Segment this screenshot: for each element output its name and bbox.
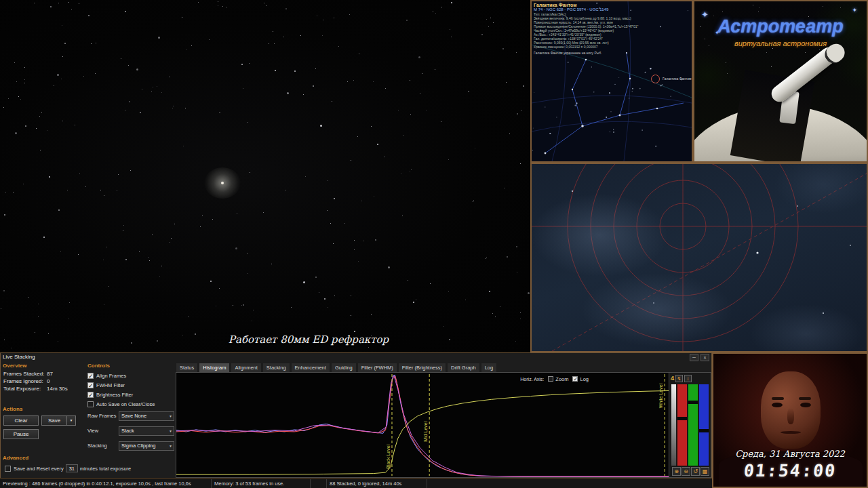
star — [713, 16, 714, 16]
star — [351, 296, 351, 296]
star — [517, 272, 517, 272]
tab-guiding[interactable]: Guiding — [331, 363, 357, 372]
dropdown-stacking[interactable]: Sigma Clipping▼ — [119, 441, 174, 451]
reset-minutes-input[interactable] — [66, 464, 78, 472]
checkbox-box[interactable]: ✓ — [87, 392, 94, 398]
tab-enhancement[interactable]: Enhancement — [291, 363, 330, 372]
checkbox-align-frames[interactable]: ✓Align Frames — [87, 371, 174, 380]
checkbox-box[interactable]: ✓ — [87, 373, 94, 379]
save-button[interactable]: Save — [41, 415, 67, 426]
save-reset-checkbox[interactable] — [5, 466, 11, 472]
star — [95, 73, 96, 74]
star — [328, 180, 328, 181]
checkbox-zoom[interactable]: Zoom — [548, 374, 568, 384]
star — [275, 70, 276, 71]
star — [363, 241, 363, 241]
star — [243, 304, 244, 306]
star — [247, 253, 248, 253]
star — [324, 298, 326, 300]
star — [36, 128, 37, 129]
star — [78, 254, 79, 255]
clock-overlay: 01:54:00 — [712, 461, 867, 481]
minimize-icon[interactable]: ─ — [690, 354, 698, 361]
brand-logo: Астротеатр — [717, 16, 843, 37]
clear-button[interactable]: Clear — [3, 415, 39, 426]
tab-histogram[interactable]: Histogram — [199, 363, 230, 372]
toggle-grid-button[interactable]: ▦ — [701, 467, 709, 476]
chevron-down-icon: ▼ — [169, 429, 172, 433]
tab-filter-brightness[interactable]: Filter (Brightness) — [398, 363, 446, 372]
object-footnote: Галактика Фантом украшение на носу Рыб — [534, 51, 691, 55]
tab-stacking[interactable]: Stacking — [262, 363, 290, 372]
checkbox-fwhm-filter[interactable]: ✓FWHM Filter — [87, 380, 174, 390]
star — [410, 171, 410, 171]
tab-status[interactable]: Status — [176, 363, 198, 372]
star — [283, 37, 284, 37]
expand-stretch-icon[interactable]: ↕ — [684, 375, 692, 382]
zoom-in-button[interactable]: ⊕ — [672, 467, 681, 476]
star — [3, 107, 4, 108]
star — [219, 112, 220, 113]
star — [448, 291, 449, 292]
tab-drift-graph[interactable]: Drift Graph — [447, 363, 480, 372]
red-level-slider[interactable] — [677, 417, 687, 420]
star — [451, 37, 452, 37]
histogram-series-magenta-channel — [176, 375, 669, 476]
star — [441, 121, 441, 122]
dropdown-raw-frames[interactable]: Save None▼ — [119, 411, 174, 421]
star — [468, 91, 469, 92]
star — [488, 26, 489, 27]
auto-stretch-icon[interactable]: ↯ — [675, 375, 683, 382]
star — [125, 259, 127, 260]
red-bar — [677, 384, 687, 466]
star — [481, 34, 483, 35]
dropdown-row-view: ViewStack▼ — [87, 426, 174, 436]
star — [218, 5, 218, 6]
dropdown-value: Sigma Clipping — [121, 443, 155, 449]
star — [151, 92, 152, 92]
star — [377, 144, 378, 145]
star — [79, 3, 79, 4]
checkbox-log[interactable]: ✓Log — [572, 374, 589, 384]
star — [371, 126, 372, 127]
total-exposure-label: Total Exposure: — [3, 386, 47, 392]
checkbox-box[interactable]: ✓ — [87, 382, 94, 388]
star — [413, 302, 414, 303]
save-dropdown-arrow[interactable]: ▼ — [66, 415, 76, 426]
controls-checkboxes: ✓Align Frames✓FWHM Filter✓Brightness Fil… — [87, 371, 174, 409]
zoom-out-button[interactable]: ⊖ — [682, 467, 690, 476]
checkbox-box[interactable] — [87, 401, 94, 407]
advanced-header: Advanced — [3, 455, 28, 461]
status-bar: Previewing : 486 frames (0 dropped) in 0… — [0, 479, 712, 488]
star — [61, 79, 62, 79]
pause-button[interactable]: Pause — [3, 429, 39, 439]
reset-view-button[interactable]: ↺ — [691, 467, 700, 476]
blue-level-slider[interactable] — [699, 429, 709, 432]
checkbox-box[interactable] — [548, 376, 553, 382]
star — [722, 12, 723, 12]
checkbox-brightness-filter[interactable]: ✓Brightness Filter — [87, 390, 174, 399]
star — [492, 313, 493, 314]
dropdown-label: Stacking — [87, 443, 119, 449]
dropdown-view[interactable]: Stack▼ — [119, 426, 174, 436]
star — [182, 17, 182, 18]
star — [313, 85, 314, 87]
dropdown-label: Raw Frames — [87, 413, 119, 419]
close-icon[interactable]: × — [701, 354, 709, 361]
star — [39, 116, 40, 117]
checkbox-box[interactable]: ✓ — [572, 376, 578, 382]
dropdown-value: Stack — [121, 428, 134, 434]
star — [123, 230, 123, 231]
tab-alignment[interactable]: Alignment — [231, 363, 261, 372]
star — [83, 76, 84, 77]
star — [4, 214, 5, 216]
frames-stacked-label: Frames Stacked: — [3, 371, 47, 377]
stretch-controls: 4 ↯↕ — [671, 373, 709, 383]
checkbox-auto-save-on-clear-close[interactable]: Auto Save on Clear/Close — [87, 399, 174, 409]
star — [344, 223, 345, 224]
histogram-series-red-channel — [176, 376, 669, 476]
green-level-slider[interactable] — [688, 401, 698, 404]
tab-log[interactable]: Log — [481, 363, 498, 372]
tab-filter-fwhm[interactable]: Filter (FWHM) — [357, 363, 397, 372]
star — [334, 18, 334, 18]
